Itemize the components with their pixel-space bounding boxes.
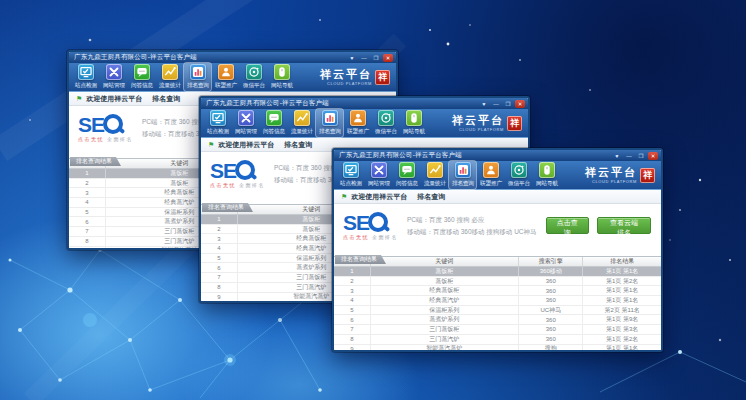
close-button[interactable]: ✕ [515, 100, 525, 108]
tab-rank-results[interactable]: 排名查询结果 [70, 157, 121, 166]
table-row[interactable]: 6 蒸煮炉系列 360 第1页 第9名 [334, 315, 661, 325]
skin-button[interactable]: ♥ [612, 152, 622, 160]
toolbar-button-label: 网站管理 [234, 127, 256, 135]
table-row[interactable]: 2 蒸饭柜 360 第1页 第2名 [334, 277, 661, 287]
toolbar-button[interactable]: 联盟推广 [344, 109, 371, 137]
table-row[interactable]: 5 保温柜系列 UC神马 第2页 第11名 [334, 306, 661, 316]
search-engine-info: PC端：百度 360 搜狗 必应 移动端：百度移动 360移动 搜狗移动 UC神… [407, 214, 537, 237]
tab-rank-results[interactable]: 排名查询结果 [335, 255, 386, 264]
close-button[interactable]: ✕ [648, 152, 658, 160]
toolbar-button-label: 问答信息 [262, 127, 284, 135]
seo-wordmark: SE [210, 160, 236, 181]
toolbar-button[interactable]: 网站管理 [100, 63, 127, 91]
toolbar-button-icon [539, 162, 555, 178]
skin-button[interactable]: ♥ [347, 54, 357, 62]
toolbar-button-icon [427, 162, 443, 178]
site-check-icon [211, 111, 225, 125]
toolbar-button[interactable]: 流量统计 [288, 109, 315, 137]
table-row[interactable]: 4 经典蒸汽炉 360 第1页 第1名 [334, 296, 661, 306]
cell-keyword: 经典蒸汽炉 [371, 296, 519, 305]
cell-rank: 第1页 第2名 [583, 277, 660, 286]
tools-icon [372, 163, 386, 177]
toolbar-button-icon [343, 162, 359, 178]
toolbar-button[interactable]: 排名查询 [184, 63, 211, 91]
cell-rank: 第2页 第11名 [583, 306, 660, 315]
breadcrumb-section: 排名查询 [284, 140, 312, 150]
toolbar-button[interactable]: 排名查询 [316, 109, 343, 137]
cell-seq: 8 [69, 237, 106, 246]
toolbar-button[interactable]: 站点检测 [72, 63, 99, 91]
brand-badge-icon: 祥 [375, 70, 390, 85]
app-window: 广东九鼎王厨具有限公司-祥云平台客户端 ♥ — ❐ ✕ 站点检测 网站管理 问 [332, 148, 663, 352]
table-row[interactable]: 9 智能蒸汽蒸炉 搜狗 第1页 第1名 [334, 345, 661, 351]
platform-orbit-icon [512, 163, 526, 177]
speech-bubble-icon [400, 163, 414, 177]
window-titlebar[interactable]: 广东九鼎王厨具有限公司-祥云平台客户端 ♥ — ❐ ✕ [69, 52, 396, 63]
table-row[interactable]: 7 三门蒸饭柜 360 第1页 第3名 [334, 325, 661, 335]
toolbar-button-icon [218, 64, 234, 80]
toolbar-button-label: 网站导航 [270, 81, 292, 89]
engine-info-pc: PC端：百度 360 搜狗 必应 [407, 214, 537, 226]
cell-seq: 1 [334, 267, 371, 276]
toolbar-button[interactable]: 微信平台 [505, 161, 532, 189]
maximize-button[interactable]: ❐ [503, 100, 513, 108]
action-buttons: 点击查询 查看云端排名 [546, 217, 651, 234]
seo-wordmark: SE [78, 114, 104, 135]
toolbar-button[interactable]: 问答信息 [128, 63, 155, 91]
toolbar-button-icon [106, 64, 122, 80]
toolbar-button[interactable]: 流量统计 [421, 161, 448, 189]
brand-area: 祥云平台 CLOUD PLATFORM 祥 [320, 69, 390, 86]
cell-seq: 8 [334, 335, 371, 344]
toolbar-button[interactable]: 问答信息 [260, 109, 287, 137]
toolbar-buttons: 站点检测 网站管理 问答信息 流量统计 排名查询 联盟推广 [337, 161, 560, 189]
toolbar-button[interactable]: 网站导航 [533, 161, 560, 189]
toolbar-button[interactable]: 网站管理 [365, 161, 392, 189]
toolbar-button[interactable]: 站点检测 [204, 109, 231, 137]
brand-badge-icon: 祥 [507, 116, 522, 131]
toolbar-button[interactable]: 微信平台 [240, 63, 267, 91]
toolbar-button-label: 网站管理 [367, 179, 389, 187]
toolbar-button[interactable]: 联盟推广 [477, 161, 504, 189]
query-button[interactable]: 点击查询 [546, 217, 589, 234]
skin-button[interactable]: ♥ [479, 100, 489, 108]
maximize-button[interactable]: ❐ [371, 54, 381, 62]
toolbar-button-icon [190, 64, 206, 80]
platform-orbit-icon [379, 111, 393, 125]
toolbar-button[interactable]: 网站导航 [400, 109, 427, 137]
table-row[interactable]: 8 三门蒸汽炉 360 第1页 第2名 [334, 335, 661, 345]
toolbar-button[interactable]: 网站管理 [232, 109, 259, 137]
table-row[interactable]: 3 经典蒸饭柜 360 第1页 第1名 [334, 286, 661, 296]
cell-keyword: 三门蒸饭柜 [371, 325, 519, 334]
minimize-button[interactable]: — [491, 100, 501, 108]
toolbar-button-label: 联盟推广 [479, 179, 501, 187]
cell-rank: 第1页 第3名 [583, 325, 660, 334]
toolbar-button-label: 排名查询 [451, 179, 473, 187]
toolbar-button[interactable]: 微信平台 [372, 109, 399, 137]
bar-chart-icon [191, 65, 205, 79]
toolbar-button[interactable]: 站点检测 [337, 161, 364, 189]
view-cloud-rank-button[interactable]: 查看云端排名 [597, 217, 651, 234]
toolbar-button-icon [266, 110, 282, 126]
table-row[interactable]: 1 蒸饭柜 360移动 第1页 第1名 [334, 267, 661, 277]
breadcrumb-welcome: 欢迎使用祥云平台 [351, 192, 407, 202]
toolbar-button[interactable]: 流量统计 [156, 63, 183, 91]
cell-seq: 2 [69, 179, 106, 188]
toolbar-button[interactable]: 联盟推广 [212, 63, 239, 91]
toolbar-button[interactable]: 排名查询 [449, 161, 476, 189]
toolbar-button-label: 排名查询 [318, 127, 340, 135]
close-button[interactable]: ✕ [383, 54, 393, 62]
toolbar-button-icon [350, 110, 366, 126]
cell-rank: 第1页 第1名 [583, 296, 660, 305]
toolbar-button[interactable]: 网站导航 [268, 63, 295, 91]
tab-rank-results[interactable]: 排名查询结果 [202, 203, 253, 212]
toolbar-button[interactable]: 问答信息 [393, 161, 420, 189]
maximize-button[interactable]: ❐ [636, 152, 646, 160]
toolbar-button-icon [78, 64, 94, 80]
minimize-button[interactable]: — [359, 54, 369, 62]
window-titlebar[interactable]: 广东九鼎王厨具有限公司-祥云平台客户端 ♥ — ❐ ✕ [334, 150, 661, 161]
seo-slogan: 点击无忧 全面排名 [78, 136, 133, 142]
minimize-button[interactable]: — [624, 152, 634, 160]
window-titlebar[interactable]: 广东九鼎王厨具有限公司-祥云平台客户端 ♥ — ❐ ✕ [201, 98, 528, 109]
toolbar-button-icon [274, 64, 290, 80]
magnifier-icon [235, 160, 255, 180]
